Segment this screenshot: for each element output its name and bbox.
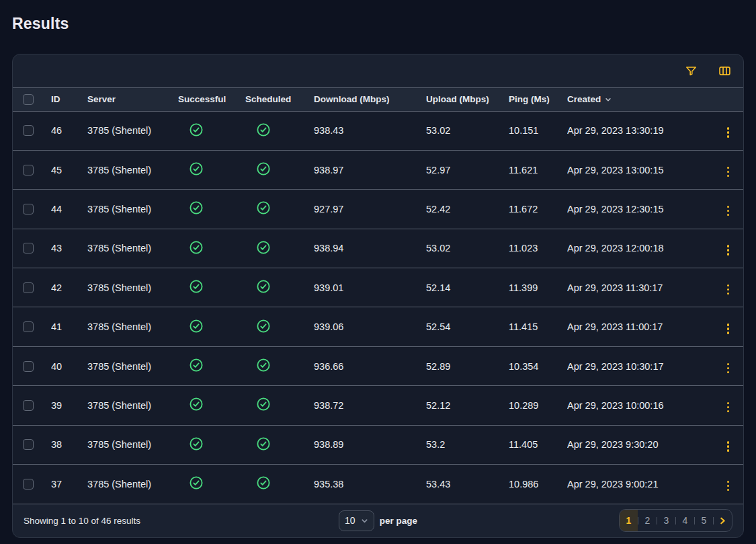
table-row[interactable]: 39 3785 (Shentel) 938.72 — [13, 386, 743, 425]
scheduled-check-circle-icon — [256, 358, 271, 373]
header-download[interactable]: Download (Mbps) — [314, 88, 426, 111]
header-scheduled[interactable]: Scheduled — [245, 88, 314, 111]
pagination-page-4[interactable]: 4 — [676, 509, 694, 532]
successful-check-circle-icon — [189, 319, 204, 334]
per-page-value: 10 — [345, 515, 355, 526]
table-row[interactable]: 41 3785 (Shentel) 939.06 — [13, 307, 743, 346]
cell-id: 44 — [51, 190, 87, 229]
filter-button[interactable] — [683, 63, 699, 79]
pagination-page-2[interactable]: 2 — [638, 509, 657, 532]
cell-created: Apr 29, 2023 11:30:17 — [567, 268, 713, 307]
cell-download: 938.43 — [314, 111, 426, 150]
row-checkbox[interactable] — [23, 400, 34, 411]
row-checkbox[interactable] — [23, 204, 34, 215]
cell-server: 3785 (Shentel) — [87, 425, 178, 464]
ellipsis-vertical-icon — [727, 481, 730, 492]
successful-check-circle-icon — [189, 436, 204, 451]
row-actions-button[interactable] — [724, 164, 732, 180]
cell-upload: 53.02 — [426, 111, 509, 150]
cell-created: Apr 29, 2023 12:30:15 — [567, 190, 713, 229]
cell-server: 3785 (Shentel) — [87, 386, 178, 425]
cell-server: 3785 (Shentel) — [87, 307, 178, 346]
row-checkbox[interactable] — [23, 479, 34, 490]
per-page-select[interactable]: 10 — [339, 510, 374, 531]
header-server[interactable]: Server — [87, 88, 178, 111]
header-created-sort[interactable]: Created — [567, 94, 612, 104]
select-all-checkbox[interactable] — [23, 94, 34, 105]
cell-created: Apr 29, 2023 10:30:17 — [567, 346, 713, 385]
row-checkbox[interactable] — [23, 125, 34, 136]
successful-check-circle-icon — [189, 475, 204, 490]
cell-id: 37 — [51, 465, 87, 504]
row-actions-button[interactable] — [724, 438, 732, 455]
cell-ping: 11.023 — [509, 229, 567, 268]
cell-upload: 52.42 — [426, 190, 509, 229]
scheduled-check-circle-icon — [256, 240, 271, 255]
row-actions-button[interactable] — [724, 242, 732, 258]
header-id[interactable]: ID — [51, 88, 87, 111]
row-actions-button[interactable] — [724, 360, 732, 377]
row-checkbox[interactable] — [23, 282, 34, 293]
row-actions-button[interactable] — [724, 321, 732, 337]
row-actions-button[interactable] — [724, 203, 732, 219]
ellipsis-vertical-icon — [727, 127, 730, 138]
cell-server: 3785 (Shentel) — [87, 346, 178, 385]
cell-upload: 53.02 — [426, 229, 509, 268]
cell-download: 938.72 — [314, 386, 426, 425]
header-successful[interactable]: Successful — [178, 88, 245, 111]
row-actions-button[interactable] — [724, 478, 732, 494]
results-table: ID Server Successful Scheduled Download … — [13, 88, 743, 504]
row-actions-button[interactable] — [724, 399, 732, 416]
ellipsis-vertical-icon — [727, 245, 730, 256]
cell-ping: 11.621 — [509, 150, 567, 189]
cell-download: 938.97 — [314, 150, 426, 189]
columns-icon — [718, 64, 732, 78]
columns-button[interactable] — [716, 63, 732, 79]
header-created: Created — [567, 94, 601, 104]
successful-check-circle-icon — [189, 397, 204, 412]
pagination-page-3[interactable]: 3 — [657, 509, 675, 532]
cell-server: 3785 (Shentel) — [87, 150, 178, 189]
results-summary: Showing 1 to 10 of 46 results — [24, 516, 339, 526]
table-row[interactable]: 43 3785 (Shentel) 938.94 — [13, 229, 743, 268]
cell-server: 3785 (Shentel) — [87, 111, 178, 150]
pagination-page-1[interactable]: 1 — [620, 509, 638, 532]
table-row[interactable]: 38 3785 (Shentel) 938.89 — [13, 425, 743, 464]
cell-upload: 53.2 — [426, 425, 509, 464]
cell-created: Apr 29, 2023 13:00:15 — [567, 150, 713, 189]
table-row[interactable]: 46 3785 (Shentel) 938.43 — [13, 111, 743, 150]
cell-upload: 52.14 — [426, 268, 509, 307]
cell-server: 3785 (Shentel) — [87, 465, 178, 504]
cell-ping: 11.672 — [509, 190, 567, 229]
pagination-next-button[interactable] — [714, 509, 732, 532]
pagination-page-5[interactable]: 5 — [695, 509, 713, 532]
cell-upload: 52.89 — [426, 346, 509, 385]
chevron-right-icon — [718, 516, 727, 525]
cell-ping: 10.151 — [509, 111, 567, 150]
row-actions-button[interactable] — [724, 282, 732, 298]
row-checkbox[interactable] — [23, 439, 34, 450]
ellipsis-vertical-icon — [727, 167, 730, 178]
filter-icon — [685, 65, 698, 77]
cell-id: 43 — [51, 229, 87, 268]
row-checkbox[interactable] — [23, 165, 34, 176]
table-row[interactable]: 45 3785 (Shentel) 938.97 — [13, 150, 743, 189]
cell-ping: 10.354 — [509, 346, 567, 385]
table-row[interactable]: 42 3785 (Shentel) 939.01 — [13, 268, 743, 307]
successful-check-circle-icon — [189, 161, 204, 176]
cell-download: 927.97 — [314, 190, 426, 229]
row-actions-button[interactable] — [724, 124, 732, 141]
cell-download: 939.01 — [314, 268, 426, 307]
table-body: 46 3785 (Shentel) 938.43 — [13, 111, 743, 504]
table-row[interactable]: 44 3785 (Shentel) 927.97 — [13, 190, 743, 229]
table-row[interactable]: 37 3785 (Shentel) 935.38 — [13, 465, 743, 504]
row-checkbox[interactable] — [23, 361, 34, 372]
header-upload[interactable]: Upload (Mbps) — [426, 88, 509, 111]
table-row[interactable]: 40 3785 (Shentel) 936.66 — [13, 346, 743, 385]
cell-server: 3785 (Shentel) — [87, 268, 178, 307]
cell-server: 3785 (Shentel) — [87, 229, 178, 268]
row-checkbox[interactable] — [23, 321, 34, 332]
row-checkbox[interactable] — [23, 243, 34, 254]
header-ping[interactable]: Ping (Ms) — [509, 88, 567, 111]
cell-id: 40 — [51, 346, 87, 385]
